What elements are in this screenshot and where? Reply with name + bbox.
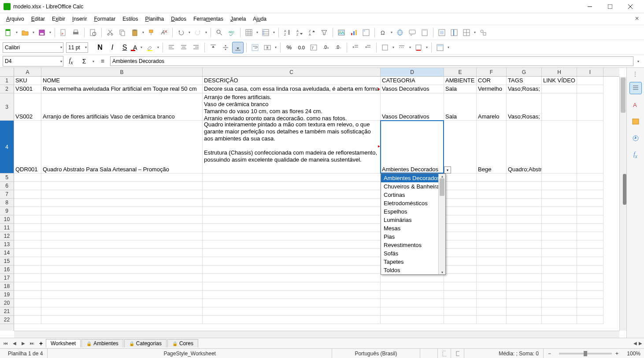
split-dropdown[interactable]: ▾ xyxy=(473,30,477,34)
status-language[interactable]: Português (Brasil) xyxy=(332,349,420,358)
status-signature[interactable] xyxy=(451,349,464,358)
cell-A11[interactable] xyxy=(14,224,41,232)
cell-H11[interactable] xyxy=(542,224,577,232)
cell-G12[interactable] xyxy=(507,232,542,240)
cell-I3[interactable] xyxy=(577,93,603,121)
cell-C20[interactable] xyxy=(203,299,381,307)
cell-E15[interactable] xyxy=(444,257,477,266)
function-wizard-icon[interactable]: fx xyxy=(65,55,77,67)
cell-F13[interactable] xyxy=(477,240,507,249)
cell-A6[interactable] xyxy=(14,182,41,190)
column-header-B[interactable]: B xyxy=(41,68,203,76)
cell-F6[interactable] xyxy=(477,182,507,190)
cell-I11[interactable] xyxy=(577,224,603,232)
maximize-button[interactable] xyxy=(600,0,620,13)
new-dropdown[interactable]: ▾ xyxy=(15,30,19,34)
sort-desc-icon[interactable]: ZA xyxy=(306,27,318,38)
cell-I19[interactable] xyxy=(577,291,603,299)
add-decimal-icon[interactable]: .0₊ xyxy=(320,42,332,53)
cell-D21[interactable] xyxy=(381,307,444,316)
cell-B2[interactable]: Rosa vermelha aveludada Flor artificial … xyxy=(41,85,203,93)
dropdown-scrollbar[interactable]: ▴▾ xyxy=(438,174,445,274)
cell-F3[interactable]: Amarelo xyxy=(477,93,507,121)
cell-E18[interactable] xyxy=(444,282,477,291)
row-header-17[interactable]: 17 xyxy=(0,274,14,282)
new-icon[interactable] xyxy=(3,27,14,38)
cell-G10[interactable] xyxy=(507,215,542,224)
decrease-indent-icon[interactable] xyxy=(362,42,374,53)
define-print-area-icon[interactable] xyxy=(436,27,448,38)
cell-A4[interactable]: QDR001 xyxy=(14,121,41,173)
cell-E8[interactable] xyxy=(444,199,477,207)
cell-B18[interactable] xyxy=(41,282,203,291)
cell-I22[interactable] xyxy=(577,316,603,324)
cell-C10[interactable] xyxy=(203,215,381,224)
cell-H20[interactable] xyxy=(542,299,577,307)
row-header-2[interactable]: 2 xyxy=(0,85,14,93)
cell-D19[interactable] xyxy=(381,291,444,299)
cell-F14[interactable] xyxy=(477,249,507,257)
cell-H4[interactable] xyxy=(542,121,577,173)
menu-exibir[interactable]: Exibir xyxy=(49,15,68,23)
cell-E12[interactable] xyxy=(444,232,477,240)
cell-A3[interactable]: VS002 xyxy=(14,93,41,121)
cell-F8[interactable] xyxy=(477,199,507,207)
cell-I12[interactable] xyxy=(577,232,603,240)
row-header-11[interactable]: 11 xyxy=(0,224,14,232)
pivot-icon[interactable] xyxy=(360,27,372,38)
cell-G7[interactable] xyxy=(507,190,542,199)
status-sheet[interactable]: Planilha 1 de 4 xyxy=(4,349,48,358)
cell-B6[interactable] xyxy=(41,182,203,190)
cell-D17[interactable] xyxy=(381,274,444,282)
cell-C1[interactable]: DESCRIÇÃO xyxy=(203,77,381,85)
status-insert-mode[interactable] xyxy=(420,349,438,358)
cell-G5[interactable] xyxy=(507,173,542,182)
comment-icon[interactable] xyxy=(407,27,418,38)
row-icon[interactable] xyxy=(243,27,255,38)
cell-G13[interactable] xyxy=(507,240,542,249)
cell-G15[interactable] xyxy=(507,257,542,266)
sum-icon[interactable]: Σ xyxy=(78,55,90,67)
cell-F19[interactable] xyxy=(477,291,507,299)
cell-B7[interactable] xyxy=(41,190,203,199)
tab-next-icon[interactable]: ▶ xyxy=(19,340,27,347)
cell-H19[interactable] xyxy=(542,291,577,299)
row-header-16[interactable]: 16 xyxy=(0,266,14,274)
cell-B13[interactable] xyxy=(41,240,203,249)
row-header-22[interactable]: 22 xyxy=(0,316,14,324)
dropdown-item[interactable]: Mesas xyxy=(381,224,445,233)
menu-formatar[interactable]: Formatar xyxy=(91,15,118,23)
cell-B16[interactable] xyxy=(41,266,203,274)
sidebar-menu-icon[interactable]: ⋮ xyxy=(632,70,639,78)
minimize-button[interactable] xyxy=(580,0,600,13)
cell-C9[interactable] xyxy=(203,207,381,215)
row-header-3[interactable]: 3 xyxy=(0,93,14,121)
cell-I7[interactable] xyxy=(577,190,603,199)
dropdown-item[interactable]: Eletrodomésticos xyxy=(381,199,445,207)
cell-G14[interactable] xyxy=(507,249,542,257)
cell-C6[interactable] xyxy=(203,182,381,190)
cell-B10[interactable] xyxy=(41,215,203,224)
special-char-dropdown[interactable]: ▾ xyxy=(390,30,393,34)
row-header-13[interactable]: 13 xyxy=(0,240,14,249)
cell-A9[interactable] xyxy=(14,207,41,215)
cell-C12[interactable] xyxy=(203,232,381,240)
row-header-4[interactable]: 4 xyxy=(0,121,14,173)
cell-I10[interactable] xyxy=(577,215,603,224)
cell-H10[interactable] xyxy=(542,215,577,224)
row-header-21[interactable]: 21 xyxy=(0,307,14,316)
cell-E5[interactable] xyxy=(444,173,477,182)
cell-C5[interactable] xyxy=(203,173,381,182)
cell-E14[interactable] xyxy=(444,249,477,257)
cell-H15[interactable] xyxy=(542,257,577,266)
cell-A10[interactable] xyxy=(14,215,41,224)
merge-cells-icon[interactable] xyxy=(262,42,273,53)
currency-icon[interactable]: % xyxy=(283,42,295,53)
cell-B5[interactable] xyxy=(41,173,203,182)
paste-icon[interactable] xyxy=(129,27,141,38)
dropdown-item[interactable]: Sofás xyxy=(381,249,445,258)
cell-C8[interactable] xyxy=(203,199,381,207)
cell-C15[interactable] xyxy=(203,257,381,266)
bold-icon[interactable]: N xyxy=(94,42,106,53)
cell-B21[interactable] xyxy=(41,307,203,316)
